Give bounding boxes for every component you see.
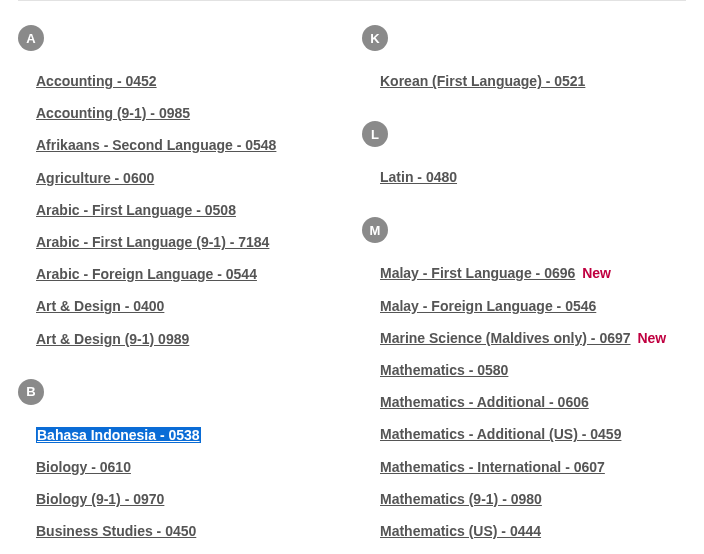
list-item: Agriculture - 0600 [36,162,342,194]
list-item: Art & Design (9-1) 0989 [36,323,342,355]
list-item: Mathematics - Additional (US) - 0459 [380,418,686,450]
subject-link[interactable]: Malay - First Language - 0696 [380,265,575,281]
subject-link[interactable]: Marine Science (Maldives only) - 0697 [380,330,631,346]
columns-container: AAccounting - 0452Accounting (9-1) - 098… [18,19,686,554]
subject-link[interactable]: Latin - 0480 [380,169,457,185]
subject-link[interactable]: Accounting - 0452 [36,73,157,89]
subject-link[interactable]: Mathematics (9-1) - 0980 [380,491,542,507]
letter-badge: A [18,25,44,51]
list-item: Biology (9-1) - 0970 [36,483,342,515]
subject-list: Latin - 0480 [362,161,686,193]
right-column: KKorean (First Language) - 0521LLatin - … [362,19,686,554]
subject-link[interactable]: Afrikaans - Second Language - 0548 [36,137,276,153]
list-item: Business Studies - 0450 [36,515,342,547]
subject-link[interactable]: Malay - Foreign Language - 0546 [380,298,596,314]
list-item: Mathematics - International - 0607 [380,451,686,483]
subject-link[interactable]: Biology (9-1) - 0970 [36,491,164,507]
subject-link[interactable]: Arabic - Foreign Language - 0544 [36,266,257,282]
top-divider [18,0,686,1]
list-item: Latin - 0480 [380,161,686,193]
subject-list: Korean (First Language) - 0521 [362,65,686,97]
subject-link[interactable]: Korean (First Language) - 0521 [380,73,585,89]
list-item: Accounting (9-1) - 0985 [36,97,342,129]
list-item: Arabic - First Language (9-1) - 7184 [36,226,342,258]
list-item: Bahasa Indonesia - 0538 [36,419,342,451]
subject-list: Accounting - 0452Accounting (9-1) - 0985… [18,65,342,355]
list-item: Mathematics (US) - 0444 [380,515,686,547]
list-item: Malay - Foreign Language - 0546 [380,290,686,322]
list-item: Arabic - Foreign Language - 0544 [36,258,342,290]
list-item: Mathematics (9-1) - 0980 [380,483,686,515]
subject-link[interactable]: Bahasa Indonesia - 0538 [36,427,201,443]
list-item: Accounting - 0452 [36,65,342,97]
subject-link[interactable]: Mathematics - Additional - 0606 [380,394,589,410]
letter-badge: B [18,379,44,405]
list-item: Korean (First Language) - 0521 [380,65,686,97]
subject-link[interactable]: Art & Design - 0400 [36,298,164,314]
list-item: Mathematics - Additional - 0606 [380,386,686,418]
list-item: Business Studies (9-1) - 0986 [36,547,342,554]
subject-link[interactable]: Mathematics - Additional (US) - 0459 [380,426,621,442]
subject-link[interactable]: Arabic - First Language - 0508 [36,202,236,218]
letter-badge: L [362,121,388,147]
list-item: Arabic - First Language - 0508 [36,194,342,226]
list-item: Art & Design - 0400 [36,290,342,322]
list-item: Biology - 0610 [36,451,342,483]
new-badge: New [582,265,611,281]
subject-link[interactable]: Biology - 0610 [36,459,131,475]
left-column: AAccounting - 0452Accounting (9-1) - 098… [18,19,342,554]
list-item: Afrikaans - Second Language - 0548 [36,129,342,161]
subject-list: Malay - First Language - 0696 NewMalay -… [362,257,686,554]
subject-list: Bahasa Indonesia - 0538Biology - 0610Bio… [18,419,342,554]
subject-link[interactable]: Mathematics - 0580 [380,362,508,378]
letter-badge: M [362,217,388,243]
subject-link[interactable]: Arabic - First Language (9-1) - 7184 [36,234,269,250]
subject-link[interactable]: Mathematics - International - 0607 [380,459,605,475]
subject-link[interactable]: Agriculture - 0600 [36,170,154,186]
list-item: Music - 0410 [380,547,686,554]
subject-link[interactable]: Business Studies - 0450 [36,523,196,539]
list-item: Marine Science (Maldives only) - 0697 Ne… [380,322,686,354]
subject-link[interactable]: Accounting (9-1) - 0985 [36,105,190,121]
subject-link[interactable]: Art & Design (9-1) 0989 [36,331,189,347]
list-item: Malay - First Language - 0696 New [380,257,686,289]
new-badge: New [637,330,666,346]
letter-badge: K [362,25,388,51]
subject-link[interactable]: Mathematics (US) - 0444 [380,523,541,539]
list-item: Mathematics - 0580 [380,354,686,386]
